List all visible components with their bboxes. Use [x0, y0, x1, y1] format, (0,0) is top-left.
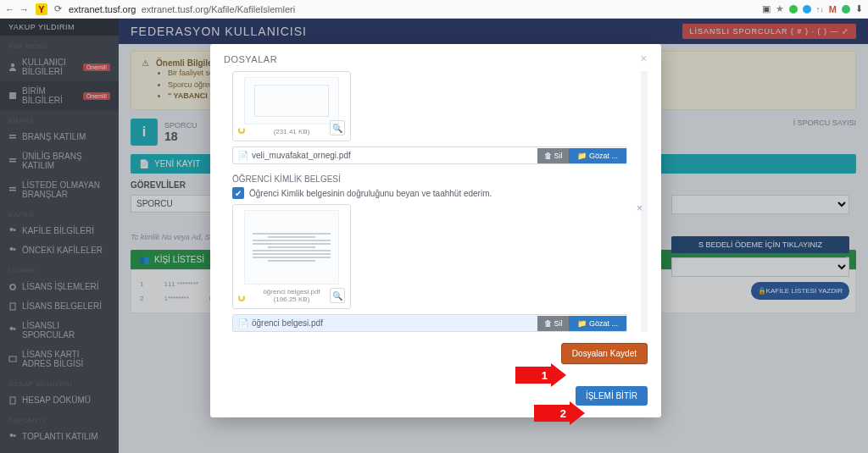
- section-title: ÖĞRENCİ KİMLİK BELGESİ: [232, 174, 627, 184]
- file-path-row: 📄 veli_muvafakat_ornegi.pdf 🗑 Sil 📁 Göza…: [232, 146, 627, 164]
- files-modal: DOSYALAR × (231.41 KB) 🔍 📄 veli_muvafaka…: [210, 44, 661, 417]
- favicon: Y: [36, 3, 47, 15]
- file-card: öğrenci belgesi.pdf (196.25 KB) 🔍: [232, 204, 351, 309]
- browser-chrome: ← → Y ⟳ extranet.tusf.org extranet.tusf.…: [0, 0, 868, 19]
- close-icon[interactable]: ×: [640, 54, 648, 64]
- loading-icon: [238, 295, 245, 301]
- annotation-arrow-1: 1: [515, 363, 566, 387]
- browse-button[interactable]: 📁 Gözat ...: [569, 148, 626, 163]
- zoom-icon[interactable]: 🔍: [330, 288, 345, 303]
- file-icon: 📄: [238, 318, 248, 328]
- file-thumb[interactable]: [244, 77, 339, 124]
- nav-fwd-icon[interactable]: →: [19, 4, 29, 14]
- file-card: (231.41 KB) 🔍: [232, 71, 351, 141]
- card-close-icon[interactable]: ×: [637, 202, 643, 214]
- browse-button[interactable]: 📁 Gözat ...: [569, 316, 626, 331]
- confirm-checkbox[interactable]: ✔ Öğrenci Kimlik belgesinin doğruluğunu …: [232, 187, 627, 199]
- chrome-extensions: ▣ ★ ↑↓ M ⬇: [762, 3, 863, 14]
- star-icon[interactable]: ★: [776, 3, 784, 14]
- ext-icon[interactable]: [789, 5, 798, 14]
- url-bar[interactable]: extranet.tusf.org extranet.tusf.org/Kafi…: [69, 4, 755, 14]
- file-icon: 📄: [238, 151, 248, 160]
- ext-icon[interactable]: ↑↓: [816, 5, 824, 14]
- delete-button[interactable]: 🗑 Sil: [537, 148, 570, 163]
- annotation-arrow-2: 2: [534, 401, 585, 425]
- bookmark-icon[interactable]: ▣: [762, 3, 771, 14]
- ext-icon[interactable]: [842, 5, 850, 14]
- reload-icon[interactable]: ⟳: [54, 3, 62, 14]
- modal-title: DOSYALAR: [224, 54, 277, 64]
- finish-button[interactable]: İŞLEMİ BİTİR: [576, 386, 648, 406]
- save-files-button[interactable]: Dosyaları Kaydet: [561, 343, 648, 364]
- loading-icon: [238, 127, 245, 134]
- file-thumb[interactable]: [244, 210, 339, 285]
- zoom-icon[interactable]: 🔍: [330, 120, 345, 135]
- file-path[interactable]: 📄 veli_muvafakat_ornegi.pdf: [233, 147, 537, 163]
- checkbox-icon: ✔: [232, 187, 244, 199]
- download-icon[interactable]: ⬇: [855, 3, 863, 14]
- delete-button[interactable]: 🗑 Sil: [537, 316, 570, 331]
- nav-back-icon[interactable]: ←: [5, 4, 14, 14]
- ext-icon[interactable]: [803, 5, 811, 14]
- file-path-row: 📄 öğrenci belgesi.pdf 🗑 Sil 📁 Gözat ...: [232, 314, 627, 332]
- gmail-icon[interactable]: M: [829, 4, 837, 14]
- file-path[interactable]: 📄 öğrenci belgesi.pdf: [233, 315, 537, 331]
